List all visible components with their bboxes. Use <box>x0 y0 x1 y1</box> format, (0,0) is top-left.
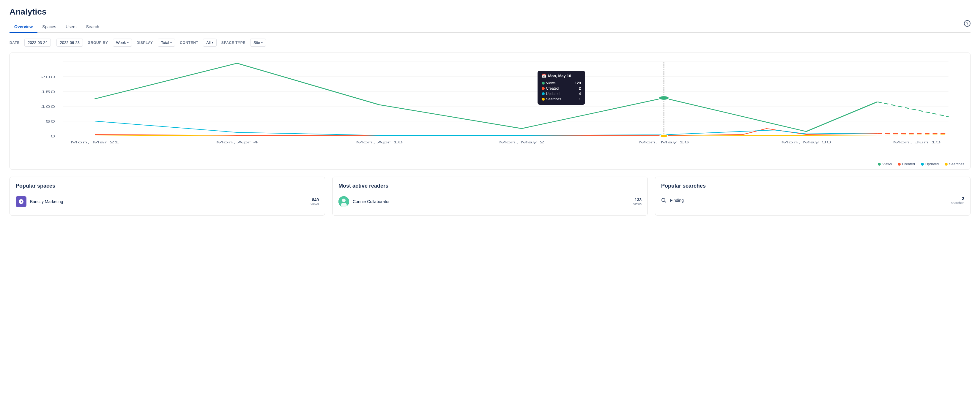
search-name: Finding <box>670 198 947 203</box>
legend-searches: Searches <box>945 162 964 166</box>
most-active-readers-card: Most active readers Connie Collaborator … <box>332 177 648 215</box>
tab-spaces[interactable]: Spaces <box>37 21 61 33</box>
date-label: DATE <box>10 41 20 45</box>
space-stats: 849 views <box>310 197 319 206</box>
chevron-down-icon: ▾ <box>127 41 129 44</box>
svg-text:150: 150 <box>41 90 55 93</box>
page-title: Analytics <box>10 7 970 17</box>
legend-created-dot <box>898 163 900 166</box>
search-item[interactable]: Finding 2 searches <box>661 194 964 207</box>
reader-stat-label: views <box>633 202 641 206</box>
search-icon <box>661 198 667 203</box>
svg-text:Mon, Apr 18: Mon, Apr 18 <box>356 140 403 144</box>
legend-searches-label: Searches <box>949 162 964 166</box>
chart-legend: Views Created Updated Searches <box>16 160 964 166</box>
svg-text:0: 0 <box>51 135 55 138</box>
space-item[interactable]: Banc.ly Marketing 849 views <box>16 194 319 209</box>
svg-point-20 <box>660 135 668 138</box>
space-icon <box>16 196 27 207</box>
popular-searches-title: Popular searches <box>661 183 964 189</box>
display-label: DISPLAY <box>137 41 153 45</box>
date-from-input[interactable]: 2022-03-24 <box>24 39 51 47</box>
most-active-readers-title: Most active readers <box>339 183 641 189</box>
display-dropdown[interactable]: Total ▾ <box>158 39 175 47</box>
search-count: 2 searches <box>951 196 964 204</box>
svg-point-19 <box>659 96 670 100</box>
svg-text:100: 100 <box>41 105 55 108</box>
popular-spaces-title: Popular spaces <box>16 183 319 189</box>
tab-search[interactable]: Search <box>81 21 104 33</box>
space-type-label: SPACE TYPE <box>221 41 245 45</box>
reader-stats: 133 views <box>633 197 641 206</box>
space-type-dropdown[interactable]: Site ▾ <box>250 39 266 47</box>
svg-line-25 <box>665 201 666 203</box>
group-by-dropdown[interactable]: Week ▾ <box>113 39 132 47</box>
main-tabs: Overview Spaces Users Search <box>10 21 970 33</box>
svg-text:Mon, Mar 21: Mon, Mar 21 <box>70 140 119 144</box>
search-stat-label: searches <box>951 201 964 204</box>
legend-updated-label: Updated <box>925 162 939 166</box>
search-stat-number: 2 <box>951 196 964 201</box>
svg-text:Mon, May 2: Mon, May 2 <box>499 140 544 144</box>
help-icon[interactable]: ? <box>964 20 970 27</box>
filter-bar: DATE 2022-03-24 – 2022-06-23 GROUP BY We… <box>10 39 970 47</box>
legend-views-dot <box>878 163 881 166</box>
legend-views-label: Views <box>882 162 892 166</box>
popular-spaces-card: Popular spaces Banc.ly Marketing 849 vie… <box>10 177 325 215</box>
date-to-input[interactable]: 2022-06-23 <box>56 39 83 47</box>
svg-text:200: 200 <box>41 75 55 79</box>
main-chart: 0 50 100 150 200 Mon, Mar 21 Mon, Apr 4 … <box>10 52 970 169</box>
reader-avatar <box>339 196 349 207</box>
chart-svg: 0 50 100 150 200 Mon, Mar 21 Mon, Apr 4 … <box>16 59 964 148</box>
reader-item[interactable]: Connie Collaborator 133 views <box>339 194 641 209</box>
space-stat-label: views <box>310 202 319 206</box>
svg-text:Mon, Jun 13: Mon, Jun 13 <box>893 140 941 144</box>
space-name: Banc.ly Marketing <box>30 199 307 204</box>
tab-users[interactable]: Users <box>61 21 81 33</box>
legend-searches-dot <box>945 163 948 166</box>
popular-searches-card: Popular searches Finding 2 searches <box>655 177 970 215</box>
chevron-down-icon-3: ▾ <box>212 41 213 44</box>
svg-text:50: 50 <box>46 120 55 123</box>
content-label: CONTENT <box>180 41 198 45</box>
date-range: 2022-03-24 – 2022-06-23 <box>24 39 83 47</box>
reader-stat-number: 133 <box>633 197 641 202</box>
date-separator: – <box>52 40 55 45</box>
space-stat-number: 849 <box>310 197 319 202</box>
tab-overview[interactable]: Overview <box>10 21 37 33</box>
legend-created: Created <box>898 162 915 166</box>
svg-text:Mon, May 30: Mon, May 30 <box>781 140 831 144</box>
content-dropdown[interactable]: All ▾ <box>203 39 216 47</box>
bottom-cards: Popular spaces Banc.ly Marketing 849 vie… <box>10 177 970 215</box>
legend-updated-dot <box>921 163 924 166</box>
legend-views: Views <box>878 162 892 166</box>
svg-text:Mon, Apr 4: Mon, Apr 4 <box>216 140 258 144</box>
chevron-down-icon-4: ▾ <box>261 41 262 44</box>
reader-name: Connie Collaborator <box>353 199 630 204</box>
chevron-down-icon-2: ▾ <box>170 41 172 44</box>
legend-updated: Updated <box>921 162 939 166</box>
group-by-label: GROUP BY <box>88 41 108 45</box>
legend-created-label: Created <box>902 162 915 166</box>
svg-point-22 <box>342 199 345 202</box>
svg-text:Mon, May 16: Mon, May 16 <box>639 140 689 144</box>
